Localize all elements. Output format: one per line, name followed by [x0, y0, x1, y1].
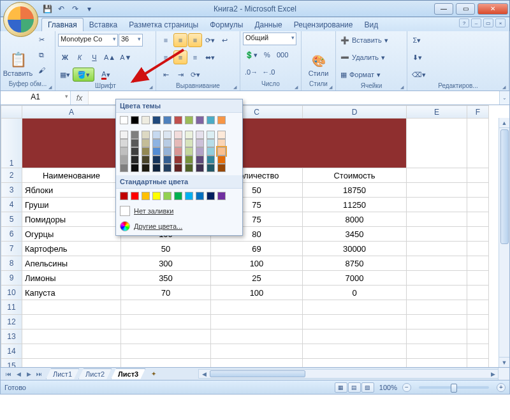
increase-indent-button[interactable]: ⇥	[173, 68, 187, 82]
cell[interactable]	[467, 271, 489, 286]
align-top-button[interactable]: ≡	[159, 33, 173, 47]
cell[interactable]	[211, 315, 303, 329]
cell[interactable]	[407, 359, 467, 368]
cell[interactable]	[407, 183, 467, 198]
cell[interactable]	[211, 300, 303, 315]
color-swatch[interactable]	[120, 192, 128, 200]
scroll-thumb[interactable]	[500, 129, 509, 244]
color-swatch[interactable]	[207, 192, 215, 200]
undo-icon[interactable]: ↶	[56, 4, 66, 14]
cell[interactable]	[407, 198, 467, 212]
color-swatch[interactable]	[217, 164, 226, 172]
color-swatch[interactable]	[207, 164, 215, 172]
cell[interactable]: 50	[121, 242, 211, 256]
col-header-E[interactable]: E	[407, 106, 467, 119]
cell[interactable]: 100	[211, 256, 303, 271]
color-swatch[interactable]	[131, 147, 139, 156]
orientation-extra-button[interactable]: ⟳▾	[188, 68, 202, 82]
cell[interactable]: 8000	[303, 212, 407, 227]
number-format-combo[interactable]: Общий	[243, 33, 296, 45]
cell[interactable]: 3450	[303, 227, 407, 242]
color-swatch[interactable]	[174, 156, 182, 164]
color-swatch[interactable]	[142, 156, 150, 164]
cell[interactable]	[407, 286, 467, 300]
sheet-tab-3[interactable]: Лист3	[111, 368, 145, 379]
page-layout-view-button[interactable]: ▤	[348, 382, 361, 393]
redo-icon[interactable]: ↷	[70, 4, 80, 14]
cell[interactable]	[407, 168, 467, 183]
cell[interactable]	[303, 344, 407, 359]
color-swatch[interactable]	[120, 164, 128, 172]
cell[interactable]: Помидоры	[22, 212, 121, 227]
color-swatch[interactable]	[142, 131, 150, 139]
cell[interactable]	[22, 300, 121, 315]
shrink-font-button[interactable]: A▼	[118, 50, 133, 64]
fill-button[interactable]: ⬇▾	[410, 50, 424, 64]
color-swatch[interactable]	[217, 139, 226, 147]
row-header-1[interactable]: 1	[1, 119, 22, 168]
cell[interactable]	[303, 359, 407, 368]
normal-view-button[interactable]: ▦	[335, 382, 347, 393]
decrease-decimal-button[interactable]: ←.0	[260, 65, 277, 79]
format-painter-button[interactable]: 🖌	[34, 63, 48, 77]
color-swatch[interactable]	[152, 139, 161, 147]
cell[interactable]	[407, 344, 467, 359]
orientation-button[interactable]: ⟳▾	[203, 33, 217, 47]
cell[interactable]: Апельсины	[22, 256, 121, 271]
row-header[interactable]: 10	[1, 286, 22, 300]
cell[interactable]	[467, 286, 489, 300]
align-center-button[interactable]: ≡	[173, 50, 187, 64]
row-header[interactable]: 4	[1, 198, 22, 212]
cut-button[interactable]: ✂	[34, 33, 48, 47]
color-swatch[interactable]	[142, 164, 150, 172]
cell[interactable]	[467, 256, 489, 271]
grow-font-button[interactable]: A▲	[102, 50, 117, 64]
cell[interactable]	[211, 359, 303, 368]
color-swatch[interactable]	[174, 116, 182, 124]
sheet-tab-1[interactable]: Лист1	[46, 368, 79, 379]
color-swatch[interactable]	[120, 139, 128, 147]
cell[interactable]	[407, 227, 467, 242]
color-swatch[interactable]	[131, 139, 139, 147]
vertical-scrollbar[interactable]: ▲ ▼	[499, 118, 509, 367]
color-swatch[interactable]	[196, 192, 204, 200]
save-icon[interactable]: 💾	[42, 4, 52, 14]
color-swatch[interactable]	[207, 147, 215, 156]
hscroll-thumb[interactable]	[210, 370, 305, 377]
last-sheet-icon[interactable]: ⏭	[34, 369, 44, 379]
sheet-tab-2[interactable]: Лист2	[78, 368, 112, 379]
cell[interactable]	[121, 359, 211, 368]
font-name-combo[interactable]: Monotype Co	[58, 34, 118, 47]
name-box[interactable]: A1	[1, 91, 71, 105]
color-swatch[interactable]	[163, 156, 171, 164]
zoom-out-button[interactable]: −	[402, 383, 411, 392]
color-swatch[interactable]	[152, 164, 161, 172]
italic-button[interactable]: К	[73, 50, 87, 64]
cell[interactable]	[121, 315, 211, 329]
cell[interactable]: 350	[121, 271, 211, 286]
percent-button[interactable]: %	[260, 48, 274, 62]
underline-button[interactable]: Ч	[87, 50, 101, 64]
bold-button[interactable]: Ж	[58, 50, 72, 64]
color-swatch[interactable]	[196, 131, 204, 139]
cell[interactable]: Лимоны	[22, 271, 121, 286]
color-swatch[interactable]	[142, 116, 150, 124]
fill-color-button[interactable]: 🪣▾	[73, 68, 94, 82]
row-header[interactable]: 9	[1, 271, 22, 286]
color-swatch[interactable]	[152, 147, 161, 156]
cells[interactable]: A B C D E F 1 ица 2 Наименов	[1, 105, 489, 368]
row-header-2[interactable]: 2	[1, 168, 22, 183]
align-middle-button[interactable]: ≡	[173, 33, 187, 47]
tab-home[interactable]: Главная	[41, 18, 84, 31]
cell[interactable]	[467, 119, 489, 168]
row-header[interactable]: 3	[1, 183, 22, 198]
copy-button[interactable]: ⧉	[34, 48, 48, 62]
color-swatch[interactable]	[152, 131, 161, 139]
cell[interactable]: 70	[121, 286, 211, 300]
color-swatch[interactable]	[185, 147, 193, 156]
font-color-button[interactable]: A▾	[95, 68, 117, 82]
doc-close-button[interactable]: ×	[495, 18, 506, 27]
color-swatch[interactable]	[207, 116, 215, 124]
color-swatch[interactable]	[174, 192, 182, 200]
cell[interactable]: 8750	[303, 256, 407, 271]
